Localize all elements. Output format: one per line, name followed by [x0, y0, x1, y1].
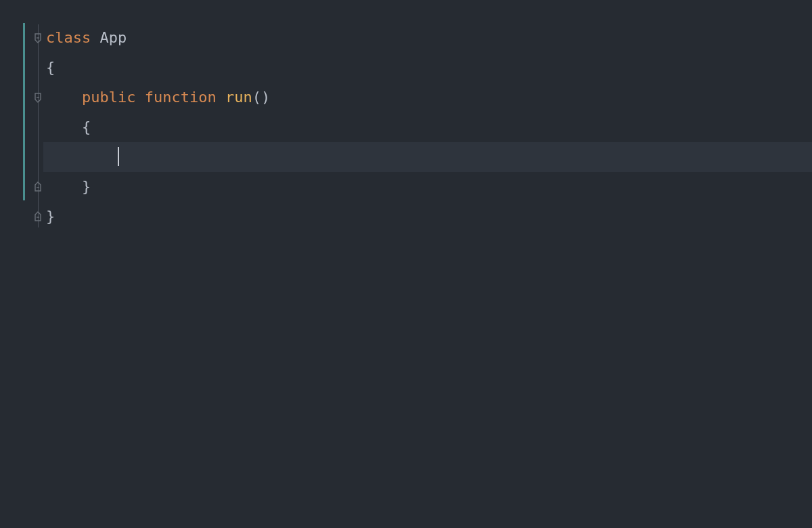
- code-token: [217, 89, 225, 106]
- fold-open-icon[interactable]: [34, 92, 42, 103]
- fold-close-icon[interactable]: [34, 211, 42, 222]
- code-line[interactable]: {: [43, 112, 812, 142]
- code-token: [135, 89, 144, 106]
- code-token: {: [46, 59, 55, 76]
- change-marker: [23, 23, 25, 200]
- code-token: run: [225, 89, 252, 106]
- code-line[interactable]: {: [43, 53, 812, 83]
- code-line[interactable]: class App: [43, 23, 812, 53]
- code-token: class: [46, 29, 91, 46]
- code-line[interactable]: [43, 142, 812, 172]
- code-line[interactable]: public function run(): [43, 83, 812, 112]
- code-area[interactable]: class App{ public function run() { }}: [43, 0, 812, 528]
- editor-gutter: [0, 0, 32, 528]
- fold-open-icon[interactable]: [34, 32, 42, 43]
- code-token: App: [99, 29, 127, 46]
- fold-close-icon[interactable]: [34, 181, 42, 192]
- code-token: function: [145, 89, 217, 106]
- code-token: [91, 29, 99, 46]
- code-token: (): [252, 89, 271, 106]
- code-editor[interactable]: class App{ public function run() { }}: [0, 0, 812, 528]
- fold-guide-line: [38, 24, 39, 227]
- code-token: }: [46, 208, 55, 225]
- text-cursor: [118, 147, 119, 166]
- code-token: {: [82, 118, 91, 135]
- code-token: }: [82, 178, 91, 195]
- code-token: public: [82, 89, 135, 106]
- code-line[interactable]: }: [43, 172, 812, 202]
- fold-column: [32, 0, 43, 528]
- code-line[interactable]: }: [43, 202, 812, 232]
